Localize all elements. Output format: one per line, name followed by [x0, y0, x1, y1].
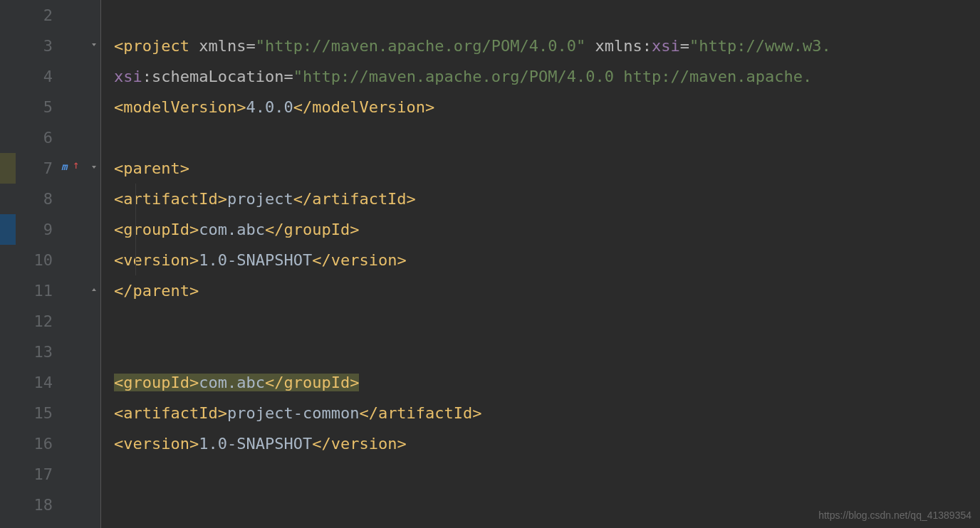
xml-tag: <parent>: [114, 159, 189, 177]
fold-gutter: [87, 0, 101, 528]
line-number[interactable]: 7: [16, 153, 58, 184]
xml-tag: <version>: [114, 251, 199, 269]
code-line[interactable]: [114, 337, 980, 367]
xml-tag: </version>: [312, 251, 406, 269]
line-number[interactable]: 8: [16, 184, 58, 214]
code-line[interactable]: <modelVersion>4.0.0</modelVersion>: [114, 92, 980, 122]
space: [585, 37, 595, 55]
xml-tag: </modelVersion>: [293, 98, 435, 116]
icon-gutter: m ↑: [58, 0, 87, 528]
xml-tag: </groupId>: [265, 374, 359, 391]
code-line[interactable]: [114, 459, 980, 490]
xml-text: com.abc: [199, 221, 265, 238]
xml-text: project: [227, 190, 293, 208]
xml-text: 1.0-SNAPSHOT: [199, 251, 312, 269]
equals: =: [680, 37, 689, 55]
xml-attr: xmlns: [199, 37, 246, 55]
line-number[interactable]: 16: [16, 428, 58, 459]
xml-string: "http://maven.apache.org/POM/4.0.0": [256, 37, 586, 55]
code-line[interactable]: <parent>: [114, 153, 980, 184]
colon: :: [142, 68, 152, 85]
space: [189, 37, 199, 55]
highlighted-code: <groupId>com.abc</groupId>: [114, 374, 359, 391]
xml-attr: xmlns: [595, 37, 642, 55]
xml-text: 4.0.0: [246, 98, 293, 116]
xml-text: com.abc: [199, 374, 265, 391]
line-number[interactable]: 18: [16, 490, 58, 520]
code-line[interactable]: <artifactId>project</artifactId>: [114, 184, 980, 214]
line-number[interactable]: 15: [16, 398, 58, 428]
line-number[interactable]: 5: [16, 92, 58, 122]
xml-tag: <artifactId>: [114, 404, 227, 422]
xml-tag: <groupId>: [114, 221, 199, 238]
change-marker: [0, 153, 16, 184]
code-line[interactable]: <groupId>com.abc</groupId>: [114, 367, 980, 398]
code-content[interactable]: <project xmlns="http://maven.apache.org/…: [101, 0, 980, 528]
code-line[interactable]: [114, 306, 980, 337]
line-number[interactable]: 4: [16, 61, 58, 92]
xml-tag: <groupId>: [114, 374, 199, 391]
code-line[interactable]: <groupId>com.abc</groupId>: [114, 214, 980, 245]
line-number[interactable]: 9: [16, 214, 58, 245]
equals: =: [283, 68, 293, 85]
xml-string: "http://www.w3.: [689, 37, 831, 55]
code-line[interactable]: <project xmlns="http://maven.apache.org/…: [114, 31, 980, 61]
fold-collapse-icon[interactable]: [89, 162, 99, 172]
fold-expand-icon[interactable]: [89, 285, 99, 295]
xml-tag: </groupId>: [265, 221, 359, 238]
line-number[interactable]: 6: [16, 122, 58, 153]
xml-tag: <modelVersion>: [114, 98, 246, 116]
code-line[interactable]: <version>1.0-SNAPSHOT</version>: [114, 428, 980, 459]
xml-ns: xsi: [652, 37, 680, 55]
xml-tag: </version>: [312, 435, 406, 453]
xml-text: project-common: [227, 404, 359, 422]
marker-bar: [0, 0, 16, 528]
xml-string: "http://maven.apache.org/POM/4.0.0 http:…: [293, 68, 812, 85]
line-number[interactable]: 11: [16, 275, 58, 306]
colon: :: [642, 37, 652, 55]
indent-guide: [135, 184, 136, 275]
xml-tag: <project: [114, 37, 189, 55]
xml-ns: xsi: [114, 68, 142, 85]
code-line[interactable]: [114, 122, 980, 153]
line-number[interactable]: 14: [16, 367, 58, 398]
code-line[interactable]: <version>1.0-SNAPSHOT</version>: [114, 245, 980, 275]
line-number[interactable]: 10: [16, 245, 58, 275]
xml-tag: </artifactId>: [359, 404, 481, 422]
code-line[interactable]: xsi:schemaLocation="http://maven.apache.…: [114, 61, 980, 92]
code-editor: 2 3 4 5 6 7 8 9 10 11 12 13 14 15 16 17 …: [0, 0, 980, 528]
line-number-gutter: 2 3 4 5 6 7 8 9 10 11 12 13 14 15 16 17 …: [16, 0, 58, 528]
watermark-text: https://blog.csdn.net/qq_41389354: [818, 509, 971, 521]
xml-text: 1.0-SNAPSHOT: [199, 435, 312, 453]
xml-tag: <version>: [114, 435, 199, 453]
line-number[interactable]: 3: [16, 31, 58, 61]
change-marker: [0, 214, 16, 245]
xml-attr: schemaLocation: [152, 68, 283, 85]
maven-arrow-icon[interactable]: ↑: [73, 158, 80, 171]
equals: =: [246, 37, 255, 55]
line-number[interactable]: 17: [16, 459, 58, 490]
code-line[interactable]: [114, 0, 980, 31]
xml-tag: </artifactId>: [293, 190, 416, 208]
line-number[interactable]: 12: [16, 306, 58, 337]
maven-icon[interactable]: m: [61, 161, 67, 172]
xml-tag: </parent>: [114, 282, 199, 300]
fold-collapse-icon[interactable]: [89, 40, 99, 50]
line-number[interactable]: 13: [16, 337, 58, 367]
xml-tag: <artifactId>: [114, 190, 227, 208]
code-line[interactable]: </parent>: [114, 275, 980, 306]
code-line[interactable]: <artifactId>project-common</artifactId>: [114, 398, 980, 428]
line-number[interactable]: 2: [16, 0, 58, 31]
